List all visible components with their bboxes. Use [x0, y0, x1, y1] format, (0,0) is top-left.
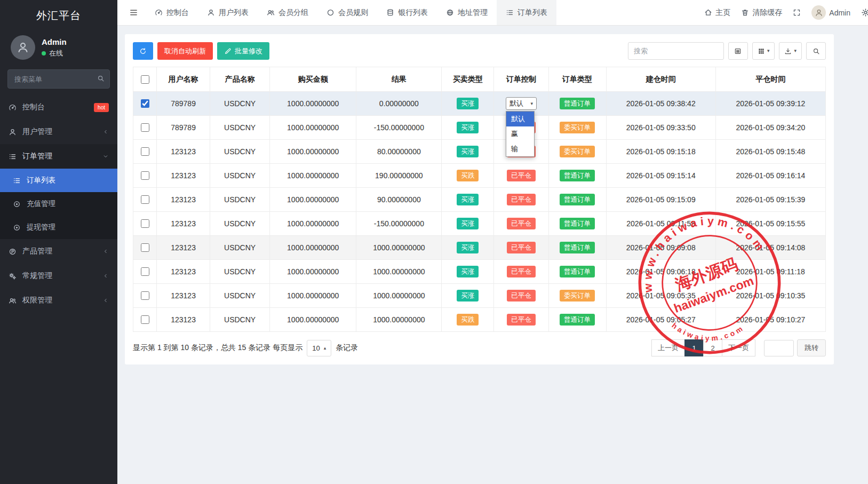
row-checkbox[interactable] — [141, 291, 149, 300]
tab-order-list[interactable]: 订单列表 — [497, 0, 556, 25]
cell-trade-side: 买涨 — [442, 140, 494, 164]
row-checkbox[interactable] — [141, 267, 149, 276]
cell-close-time: 2026-01-05 09:11:18 — [715, 260, 825, 284]
columns-button[interactable]: ▾ — [752, 42, 775, 60]
cell-result: -150.00000000 — [356, 116, 442, 140]
cell-order-type: 普通订单 — [548, 308, 606, 332]
tab-bank-list[interactable]: 银行列表 — [377, 0, 437, 25]
sidebar-subitem-order-list[interactable]: 订单列表 — [0, 169, 117, 192]
order-type-badge: 普通订单 — [560, 242, 595, 254]
row-checkbox[interactable] — [141, 315, 149, 324]
row-checkbox[interactable] — [141, 99, 149, 108]
row-checkbox[interactable] — [141, 171, 149, 180]
cell-user-name: 123123 — [157, 236, 210, 260]
clear-cache-button[interactable]: 清除缓存 — [741, 8, 782, 18]
export-button[interactable]: ▾ — [779, 42, 802, 60]
tab-user-list[interactable]: 用户列表 — [198, 0, 258, 25]
cell-close-time: 2026-01-05 09:10:27 — [715, 308, 825, 332]
sidebar-item-order-management[interactable]: 订单管理 — [0, 144, 117, 169]
dropdown-option[interactable]: 赢 — [506, 126, 534, 141]
jump-page-input[interactable] — [764, 340, 794, 356]
cell-product-name: USDCNY — [210, 92, 270, 116]
batch-edit-button[interactable]: 批量修改 — [217, 42, 269, 60]
hamburger-menu-icon[interactable] — [122, 0, 146, 25]
row-checkbox[interactable] — [141, 195, 149, 204]
page-size-select[interactable]: 10 ▴ — [307, 340, 331, 356]
chevron-left-icon — [102, 129, 109, 135]
page-button-1[interactable]: 1 — [684, 339, 704, 356]
cell-order-type: 委买订单 — [548, 116, 606, 140]
cell-buy-amount: 1000.00000000 — [270, 92, 356, 116]
cell-order-type: 委买订单 — [548, 284, 606, 308]
cancel-auto-refresh-button[interactable]: 取消自动刷新 — [157, 42, 213, 60]
jump-button[interactable]: 跳转 — [797, 339, 826, 356]
row-check-cell — [133, 116, 157, 140]
table-search — [628, 42, 724, 60]
sidebar-item-dashboard[interactable]: 控制台 hot — [0, 95, 117, 120]
tab-label: 地址管理 — [458, 8, 488, 18]
dropdown-option[interactable]: 输 — [506, 141, 534, 156]
sidebar-submenu-orders: 订单列表 充值管理 提现管理 — [0, 169, 117, 239]
page-button-2[interactable]: 2 — [703, 339, 722, 356]
cell-product-name: USDCNY — [210, 308, 270, 332]
sidebar-item-products[interactable]: 产品管理 — [0, 239, 117, 264]
row-checkbox[interactable] — [141, 219, 149, 228]
row-checkbox[interactable] — [141, 243, 149, 252]
cell-open-time: 2026-01-05 09:05:27 — [606, 308, 715, 332]
cell-open-time: 2026-01-05 09:09:08 — [606, 236, 715, 260]
row-checkbox[interactable] — [141, 123, 149, 132]
row-checkbox[interactable] — [141, 147, 149, 156]
order-type-badge: 普通订单 — [560, 266, 595, 278]
table-row: 123123 USDCNY 1000.00000000 -150.0000000… — [133, 212, 826, 236]
cell-user-name: 123123 — [157, 308, 210, 332]
tab-member-rules[interactable]: 会员规则 — [317, 0, 377, 25]
table-row: 123123 USDCNY 1000.00000000 1000.0000000… — [133, 308, 826, 332]
tab-member-groups[interactable]: 会员分组 — [258, 0, 317, 25]
cell-trade-side: 买涨 — [442, 260, 494, 284]
cell-trade-side: 买涨 — [442, 284, 494, 308]
order-type-badge: 普通订单 — [560, 170, 595, 182]
next-page-button[interactable]: 下一页 — [722, 339, 755, 356]
home-link[interactable]: 主页 — [704, 8, 730, 18]
sidebar-item-label: 订单列表 — [27, 176, 109, 185]
user-icon — [815, 9, 823, 17]
fullscreen-button[interactable] — [793, 9, 801, 17]
tab-address-management[interactable]: 地址管理 — [437, 0, 497, 25]
cell-user-name: 123123 — [157, 260, 210, 284]
order-control-badge: 已平仓 — [507, 170, 536, 182]
dropdown-option[interactable]: 默认 — [506, 112, 534, 126]
sidebar-item-permissions[interactable]: 权限管理 — [0, 288, 117, 313]
user-menu[interactable]: Admin — [811, 5, 850, 20]
sidebar-subitem-withdraw[interactable]: 提现管理 — [0, 216, 117, 239]
order-control-select-box[interactable]: 默认 ▾ — [506, 97, 537, 110]
app-root: 外汇平台 Admin 在线 控制台 hot 用户管理 — [0, 0, 868, 484]
table-search-input[interactable] — [628, 42, 724, 60]
cell-order-type: 委买订单 — [548, 140, 606, 164]
order-type-badge: 委买订单 — [560, 146, 595, 158]
detail-view-button[interactable] — [728, 42, 748, 60]
sidebar-item-user-management[interactable]: 用户管理 — [0, 120, 117, 144]
trade-side-badge: 买跌 — [457, 170, 479, 182]
menu-search-input[interactable] — [7, 69, 110, 89]
tab-dashboard[interactable]: 控制台 — [146, 0, 198, 25]
toggle-search-button[interactable] — [806, 42, 826, 60]
prev-page-button[interactable]: 上一页 — [651, 339, 685, 356]
cell-close-time: 2026-01-05 09:14:08 — [715, 236, 825, 260]
cell-result: 0.00000000 — [356, 92, 442, 116]
sidebar-user-panel: Admin 在线 — [0, 31, 117, 67]
sidebar-subitem-recharge[interactable]: 充值管理 — [0, 192, 117, 216]
caret-down-icon: ▾ — [767, 49, 770, 53]
refresh-button[interactable] — [133, 42, 153, 60]
cell-result: 1000.00000000 — [356, 260, 442, 284]
home-icon — [704, 9, 712, 17]
cell-open-time: 2026-01-05 09:11:55 — [606, 212, 715, 236]
chevron-left-icon — [102, 248, 109, 255]
home-label: 主页 — [715, 8, 730, 18]
settings-button[interactable] — [861, 8, 868, 17]
cell-order-control: 已平仓 — [494, 188, 548, 212]
main-area: 控制台 用户列表 会员分组 会员规则 银行列表 — [117, 0, 868, 484]
select-all-checkbox[interactable] — [141, 75, 149, 84]
topnav-right: 主页 清除缓存 Admin — [704, 5, 865, 20]
sidebar-item-general-settings[interactable]: 常规管理 — [0, 264, 117, 288]
cell-product-name: USDCNY — [210, 236, 270, 260]
